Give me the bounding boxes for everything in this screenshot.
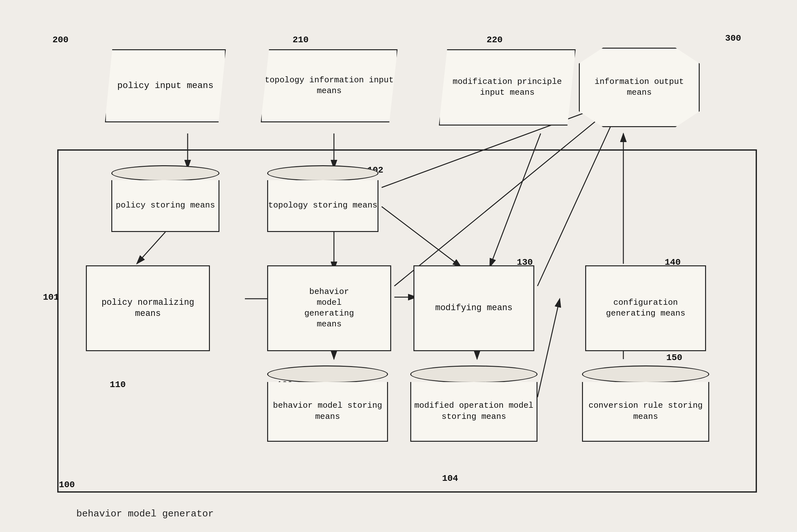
footer-label: behavior model generator [76,509,214,519]
policy-input-means: policy input means [105,49,226,122]
behavior-model-generating-means: behaviormodelgeneratingmeans [267,265,391,351]
modification-principle-input-means: modification principle input means [439,49,576,126]
topology-storing-label: topology storing means [267,180,378,232]
conversion-rule-storing-cylinder: conversion rule storing means [582,365,709,442]
conversion-rule-storing-label: conversion rule storing means [582,382,709,442]
ref-100: 100 [59,480,75,490]
ref-101: 101 [43,292,59,302]
ref-104: 104 [442,474,458,483]
policy-normalizing-means: policy normalizing means [86,265,210,351]
configuration-generating-means: configuration generating means [585,265,706,351]
topology-storing-cylinder: topology storing means [267,165,378,232]
behavior-model-storing-label: behavior model storing means [267,382,388,442]
modified-operation-model-storing-cylinder: modified operation model storing means [410,365,537,442]
modifying-means: modifying means [413,265,534,351]
policy-storing-label: policy storing means [111,180,219,232]
ref-150: 150 [666,353,682,363]
modified-operation-model-storing-label: modified operation model storing means [410,382,537,442]
ref-300: 300 [725,33,741,43]
ref-200: 200 [53,35,68,45]
ref-110: 110 [110,380,126,390]
ref-220: 220 [487,35,502,45]
behavior-model-storing-cylinder: behavior model storing means [267,365,388,442]
diagram: 200 210 220 300 policy input means topol… [0,0,797,532]
information-output-means: information output means [579,48,700,127]
policy-storing-cylinder: policy storing means [111,165,219,232]
ref-210: 210 [293,35,309,45]
topology-info-input-means: topology information input means [261,49,397,122]
